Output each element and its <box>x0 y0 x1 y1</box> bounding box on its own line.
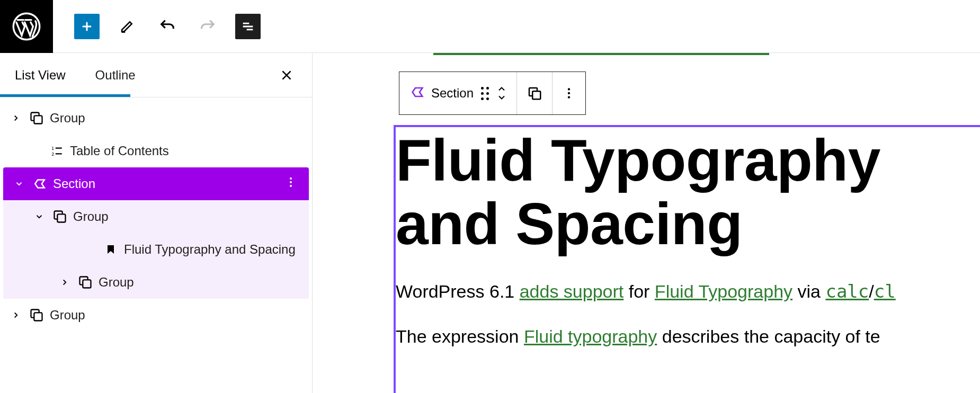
tree-item-group[interactable]: Group <box>3 200 309 233</box>
tree-item-label: Group <box>50 308 85 323</box>
tree-item-label: Table of Contents <box>70 144 169 158</box>
group-icon <box>50 209 70 224</box>
tree-item-label: Section <box>53 176 95 191</box>
block-toolbar: Section <box>399 72 586 115</box>
tree-item-label: Group <box>99 275 134 290</box>
tab-outline[interactable]: Outline <box>81 53 150 97</box>
code-calc: calc <box>825 281 869 302</box>
chevron-down-icon[interactable] <box>8 179 30 189</box>
heading-block[interactable]: Fluid Typography and Spacing <box>396 129 980 256</box>
wordpress-logo-button[interactable] <box>0 0 53 53</box>
link-fluid-typography-def[interactable]: Fluid typography <box>524 326 657 346</box>
chevron-down-icon[interactable] <box>29 212 50 221</box>
text-fragment: describes the capacity of te <box>657 326 880 346</box>
tree-item-group[interactable]: Group <box>0 102 312 135</box>
svg-point-17 <box>568 92 570 94</box>
svg-rect-15 <box>532 91 540 99</box>
more-options-icon[interactable] <box>284 176 297 192</box>
tab-list-view[interactable]: List View <box>0 53 81 97</box>
section-icon <box>409 84 426 103</box>
block-options-button[interactable] <box>553 72 585 114</box>
block-mover[interactable] <box>496 85 507 101</box>
link-underline-fragment <box>433 53 769 55</box>
chevron-right-icon[interactable] <box>5 310 26 320</box>
close-sidebar-button[interactable] <box>276 65 297 86</box>
svg-rect-13 <box>34 312 42 320</box>
svg-rect-2 <box>34 115 42 123</box>
svg-point-16 <box>568 88 570 90</box>
redo-button[interactable] <box>195 14 220 39</box>
group-icon <box>75 275 95 290</box>
bookmark-icon <box>101 243 121 256</box>
tree-item-toc[interactable]: 12 Table of Contents <box>0 135 312 167</box>
text-fragment: for <box>623 281 655 301</box>
block-tree: Group 12 Table of Contents Section Group… <box>0 97 312 332</box>
document-overview-button[interactable] <box>235 14 261 39</box>
chevron-right-icon[interactable] <box>54 278 75 287</box>
add-block-button[interactable] <box>74 14 100 39</box>
group-icon <box>26 111 47 126</box>
tree-item-label: Group <box>50 111 85 126</box>
text-fragment: / <box>869 281 874 301</box>
tab-active-indicator <box>0 94 130 97</box>
tree-item-section-selected[interactable]: Section <box>3 167 309 200</box>
block-type-label: Section <box>431 86 474 101</box>
svg-point-7 <box>290 185 292 187</box>
drag-handle-icon[interactable] <box>481 87 489 100</box>
tree-item-label: Group <box>73 209 109 224</box>
text-fragment: WordPress 6.1 <box>396 281 520 301</box>
edit-tool-button[interactable] <box>114 14 140 39</box>
paragraph-block[interactable]: The expression Fluid typography describe… <box>396 326 980 347</box>
block-type-cell[interactable]: Section <box>399 72 517 114</box>
svg-point-5 <box>290 177 292 180</box>
duplicate-button[interactable] <box>517 72 553 114</box>
svg-point-18 <box>568 96 570 98</box>
group-icon <box>26 308 47 323</box>
section-icon <box>30 176 50 192</box>
toc-icon: 12 <box>47 144 67 158</box>
link-fluid-typography[interactable]: Fluid Typography <box>655 281 792 301</box>
paragraph-block[interactable]: WordPress 6.1 adds support for Fluid Typ… <box>396 281 980 302</box>
tree-item-heading[interactable]: Fluid Typography and Spacing <box>3 233 309 266</box>
chevron-right-icon[interactable] <box>5 113 26 123</box>
code-cl: cl <box>874 281 896 302</box>
svg-rect-11 <box>83 280 91 288</box>
svg-text:1: 1 <box>51 146 54 151</box>
link-adds-support[interactable]: adds support <box>520 281 624 301</box>
tree-item-label: Fluid Typography and Spacing <box>124 242 296 257</box>
tree-item-group[interactable]: Group <box>3 266 309 299</box>
svg-rect-9 <box>57 214 65 222</box>
svg-point-6 <box>290 181 292 183</box>
tree-item-group[interactable]: Group <box>0 299 312 332</box>
top-toolbar <box>0 0 980 53</box>
sidebar-tabs: List View Outline <box>0 53 312 97</box>
text-fragment: The expression <box>396 326 524 346</box>
document-sidebar: List View Outline Group 12 Table of Cont… <box>0 53 313 393</box>
undo-button[interactable] <box>155 14 180 39</box>
text-fragment: via <box>792 281 825 301</box>
svg-text:2: 2 <box>51 151 54 157</box>
selected-section-outline: Fluid Typography and Spacing WordPress 6… <box>394 125 980 393</box>
